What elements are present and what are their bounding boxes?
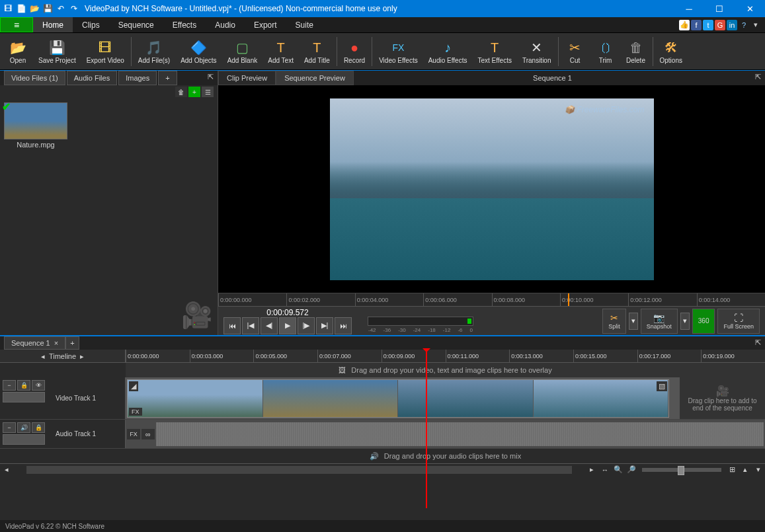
- play-button[interactable]: ▶: [279, 317, 296, 334]
- qat-save-icon[interactable]: 💾: [42, 3, 53, 14]
- qat-new-icon[interactable]: 📄: [16, 3, 26, 14]
- add-sequence-tab[interactable]: +: [65, 336, 79, 350]
- prev-frame-button[interactable]: |◀: [242, 317, 259, 334]
- menu-home[interactable]: Home: [33, 17, 73, 32]
- bin-tab-audio[interactable]: Audio Files: [67, 71, 117, 85]
- audio-volume-slider[interactable]: [3, 434, 45, 445]
- snap-button[interactable]: ⊞: [725, 465, 739, 475]
- audio-waveform[interactable]: [156, 422, 764, 446]
- timeline-clip[interactable]: ◢ FX ▧: [127, 379, 669, 418]
- zoom-slider[interactable]: [642, 468, 721, 472]
- add-title-button[interactable]: TAdd Title: [299, 34, 335, 69]
- fit-button[interactable]: ↔: [598, 465, 612, 475]
- sequence-tab[interactable]: Sequence 1×: [4, 336, 65, 350]
- help-icon[interactable]: ?: [739, 20, 749, 30]
- export-video-button[interactable]: 🎞Export Video: [81, 34, 130, 69]
- preview-cursor[interactable]: [568, 293, 569, 306]
- audio-link-button[interactable]: ∞: [141, 429, 155, 439]
- menu-clips[interactable]: Clips: [73, 17, 109, 32]
- delete-button[interactable]: 🗑Delete: [621, 34, 651, 69]
- audio-track-body[interactable]: FX∞: [126, 420, 765, 448]
- goto-start-button[interactable]: ⏮: [223, 317, 241, 334]
- maximize-button[interactable]: ☐: [704, 0, 735, 17]
- timeline-mode-label[interactable]: ◂Timeline▸: [0, 350, 126, 362]
- trim-button[interactable]: ⟮⟯Trim: [590, 34, 621, 69]
- tab-clip-preview[interactable]: Clip Preview: [218, 71, 276, 85]
- scroll-left-button[interactable]: ◂: [0, 465, 13, 475]
- audio-mix-hint[interactable]: 🔊Drag and drop your audio clips here to …: [126, 449, 765, 463]
- add-blank-button[interactable]: ▢Add Blank: [222, 34, 263, 69]
- timeline-scrollbar[interactable]: [26, 466, 572, 474]
- clip-item[interactable]: Nature.mpg: [4, 102, 67, 149]
- overlay-drop-hint[interactable]: 🖼Drag and drop your video, text and imag…: [126, 363, 765, 377]
- preview-popout-icon[interactable]: ⇱: [751, 71, 765, 85]
- step-back-button[interactable]: ◀|: [261, 317, 278, 334]
- linkedin-icon[interactable]: in: [727, 20, 737, 30]
- fade-out-icon[interactable]: ▧: [657, 381, 667, 391]
- timeline-popout-icon[interactable]: ⇱: [751, 336, 765, 350]
- fade-in-icon[interactable]: ◢: [129, 381, 138, 391]
- open-button[interactable]: 📂Open: [3, 34, 33, 69]
- app-menu-button[interactable]: ≡: [0, 17, 33, 32]
- audio-solo-button[interactable]: 🔒: [32, 422, 45, 433]
- save-project-button[interactable]: 💾Save Project: [33, 34, 81, 69]
- audio-mute-button[interactable]: 🔊: [17, 422, 30, 433]
- track-lock-button[interactable]: 🔒: [17, 380, 30, 391]
- scroll-right-button[interactable]: ▸: [585, 465, 598, 475]
- video-track-body[interactable]: ◢ FX ▧: [126, 377, 679, 419]
- audio-effects-button[interactable]: ♪Audio Effects: [423, 34, 473, 69]
- timeline-ruler[interactable]: 0:00:00.0000:00:03.0000:00:05.0000:00:07…: [126, 350, 765, 362]
- tab-sequence-preview[interactable]: Sequence Preview: [276, 71, 354, 85]
- bin-tab-video[interactable]: Video Files (1): [4, 71, 65, 85]
- menu-audio[interactable]: Audio: [206, 17, 245, 32]
- clip-fx-button[interactable]: FX: [129, 408, 142, 416]
- bin-delete-icon[interactable]: 🗑: [175, 87, 187, 97]
- bin-add-icon[interactable]: +: [188, 87, 200, 97]
- facebook-icon[interactable]: f: [691, 20, 702, 30]
- video-viewport[interactable]: 📦 FreewareFiles.com: [218, 85, 765, 293]
- next-frame-button[interactable]: ▶|: [316, 317, 333, 334]
- track-mute-button[interactable]: 👁: [32, 380, 45, 391]
- add-files-button[interactable]: 🎵Add File(s): [133, 34, 175, 69]
- cut-button[interactable]: ✂Cut: [560, 34, 590, 69]
- dropdown-icon[interactable]: ▾: [750, 20, 761, 30]
- video-track-endcap[interactable]: 🎥Drag clip here to add to end of the seq…: [679, 377, 765, 419]
- audio-fx-button[interactable]: FX: [127, 429, 140, 439]
- qat-undo-icon[interactable]: ↶: [56, 3, 66, 14]
- fullscreen-button[interactable]: ⛶Full Screen: [717, 309, 760, 334]
- scroll-down-button[interactable]: ▾: [752, 465, 765, 475]
- zoom-in-button[interactable]: 🔍: [612, 465, 625, 475]
- track-collapse-button[interactable]: −: [3, 380, 16, 391]
- like-icon[interactable]: 👍: [679, 20, 690, 30]
- text-effects-button[interactable]: TText Effects: [472, 34, 517, 69]
- split-button[interactable]: ✂Split: [602, 309, 626, 334]
- track-opacity-slider[interactable]: [3, 392, 45, 402]
- close-tab-icon[interactable]: ×: [54, 339, 58, 347]
- audio-collapse-button[interactable]: −: [3, 422, 16, 433]
- split-dropdown[interactable]: ▾: [629, 313, 638, 330]
- transition-button[interactable]: ✕Transition: [517, 34, 557, 69]
- step-fwd-button[interactable]: |▶: [298, 317, 315, 334]
- bin-tab-images[interactable]: Images: [118, 71, 157, 85]
- add-text-button[interactable]: TAdd Text: [262, 34, 299, 69]
- record-button[interactable]: ●Record: [339, 34, 370, 69]
- goto-end-button[interactable]: ⏭: [335, 317, 352, 334]
- scroll-up-button[interactable]: ▴: [739, 465, 752, 475]
- menu-effects[interactable]: Effects: [163, 17, 206, 32]
- zoom-out-button[interactable]: 🔎: [625, 465, 638, 475]
- add-objects-button[interactable]: 🔷Add Objects: [175, 34, 221, 69]
- twitter-icon[interactable]: t: [703, 20, 713, 30]
- menu-suite[interactable]: Suite: [286, 17, 323, 32]
- bin-tab-add[interactable]: +: [158, 71, 177, 85]
- google-icon[interactable]: G: [715, 20, 725, 30]
- bin-list-icon[interactable]: ☰: [202, 87, 214, 97]
- minimize-button[interactable]: ─: [674, 0, 704, 17]
- options-button[interactable]: 🛠Options: [655, 34, 688, 69]
- menu-sequence[interactable]: Sequence: [109, 17, 163, 32]
- snapshot-button[interactable]: 📷Snapshot: [641, 309, 678, 334]
- bin-body[interactable]: Nature.mpg 🎥: [0, 98, 218, 335]
- video-effects-button[interactable]: FXVideo Effects: [374, 34, 423, 69]
- bin-popout-icon[interactable]: ⇱: [204, 71, 218, 85]
- preview-ruler[interactable]: 0:00:00.000 0:00:02.000 0:00:04.000 0:00…: [218, 293, 765, 306]
- snapshot-dropdown[interactable]: ▾: [680, 313, 690, 330]
